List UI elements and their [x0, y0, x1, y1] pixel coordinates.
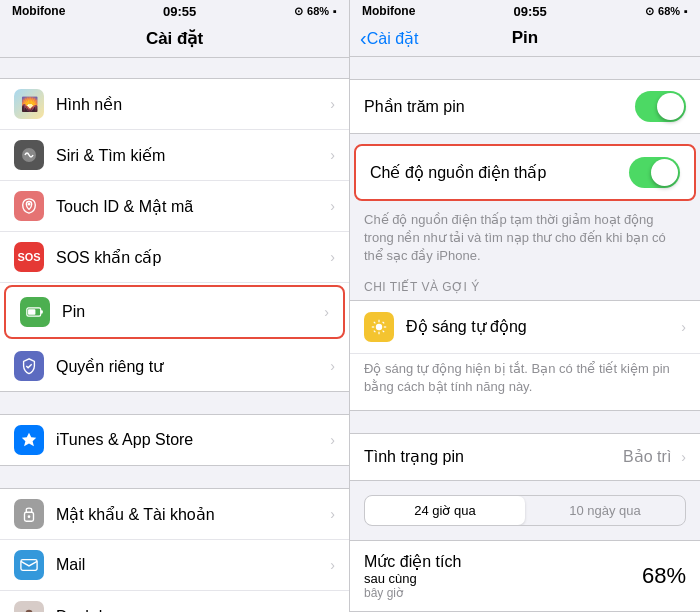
contacts-chevron: ›	[330, 608, 335, 612]
che-do-wrapper: Chế độ nguồn điện thấp Chế độ nguồn điện…	[350, 144, 700, 280]
battery-level: 68%	[307, 5, 329, 17]
wallpaper-label: Hình nền	[56, 95, 324, 114]
settings-item-password[interactable]: Mật khẩu & Tài khoản ›	[0, 489, 349, 540]
settings-item-mail[interactable]: Mail ›	[0, 540, 349, 591]
left-nav-title: Cài đặt	[0, 28, 349, 49]
tinh-trang-value: Bảo trì	[623, 447, 671, 466]
password-icon	[14, 499, 44, 529]
settings-item-privacy[interactable]: Quyền riêng tư ›	[0, 341, 349, 391]
left-status-bar: Mobifone 09:55 ⊙ 68% ▪	[0, 0, 349, 22]
settings-item-battery[interactable]: Pin ›	[4, 285, 345, 339]
contacts-label: Danh bạ	[56, 607, 324, 613]
right-battery-level: 68%	[658, 5, 680, 17]
right-carrier: Mobifone	[362, 4, 415, 18]
right-nav-bar: ‹ Cài đặt Pin	[350, 22, 700, 57]
touchid-label: Touch ID & Mật mã	[56, 197, 324, 216]
detail-section-header: CHI TIẾT VÀ GỢI Ý	[350, 280, 700, 300]
right-content: Phần trăm pin Chế độ nguồn điện thấp Chế…	[350, 57, 700, 612]
brightness-icon	[364, 312, 394, 342]
tinh-trang-section: Tình trạng pin Bảo trì ›	[350, 433, 700, 481]
che-do-desc: Chế độ nguồn điện thấp tạm thời giảm hoạ…	[350, 205, 700, 280]
battery-last-sub2: bây giờ	[364, 586, 461, 600]
left-time: 09:55	[163, 4, 196, 19]
phan-tram-item: Phần trăm pin	[350, 80, 700, 133]
left-nav-bar: Cài đặt	[0, 22, 349, 58]
battery-last-label-group: Mức điện tích sau cùng bây giờ	[364, 552, 461, 600]
che-do-border: Chế độ nguồn điện thấp	[354, 144, 696, 201]
svg-point-6	[28, 515, 31, 518]
battery-menu-chevron: ›	[324, 304, 329, 320]
back-button[interactable]: ‹ Cài đặt	[360, 27, 418, 50]
svg-line-15	[383, 330, 385, 332]
battery-icon: ▪	[333, 5, 337, 17]
tinh-trang-label: Tình trạng pin	[364, 447, 623, 466]
appstore-icon	[14, 425, 44, 455]
battery-last-sub: sau cùng	[364, 571, 461, 586]
tinh-trang-item[interactable]: Tình trạng pin Bảo trì ›	[350, 434, 700, 480]
settings-item-contacts[interactable]: Danh bạ ›	[0, 591, 349, 612]
siri-icon	[14, 140, 44, 170]
battery-menu-icon	[20, 297, 50, 327]
svg-line-17	[374, 330, 376, 332]
touchid-icon	[14, 191, 44, 221]
do-sang-desc: Độ sáng tự động hiện bị tắt. Bạn có thể …	[350, 354, 700, 410]
settings-item-siri[interactable]: Siri & Tìm kiếm ›	[0, 130, 349, 181]
mail-icon	[14, 550, 44, 580]
right-time: 09:55	[514, 4, 547, 19]
battery-last-value: 68%	[642, 563, 686, 589]
touchid-chevron: ›	[330, 198, 335, 214]
do-sang-item[interactable]: Độ sáng tự động ›	[350, 301, 700, 354]
che-do-item: Chế độ nguồn điện thấp	[356, 146, 694, 199]
right-wifi-icon: ⊙	[645, 5, 654, 18]
contacts-icon	[14, 601, 44, 612]
battery-last-main: Mức điện tích	[364, 552, 461, 571]
settings-item-appstore[interactable]: iTunes & App Store ›	[0, 415, 349, 465]
left-battery: ⊙ 68% ▪	[294, 5, 337, 18]
sos-chevron: ›	[330, 249, 335, 265]
svg-rect-4	[41, 310, 43, 313]
settings-section-1: 🌄 Hình nền › Siri & Tìm kiếm ›	[0, 78, 349, 392]
right-panel: Mobifone 09:55 ⊙ 68% ▪ ‹ Cài đặt Pin Phầ…	[350, 0, 700, 612]
siri-label: Siri & Tìm kiếm	[56, 146, 324, 165]
settings-section-3: Mật khẩu & Tài khoản › Mail ›	[0, 488, 349, 612]
back-chevron-icon: ‹	[360, 27, 367, 50]
siri-chevron: ›	[330, 147, 335, 163]
svg-point-9	[376, 323, 382, 329]
time-tabs: 24 giờ qua 10 ngày qua	[364, 495, 686, 526]
che-do-label: Chế độ nguồn điện thấp	[370, 163, 629, 182]
wallpaper-chevron: ›	[330, 96, 335, 112]
right-battery: ⊙ 68% ▪	[645, 5, 688, 18]
battery-menu-label: Pin	[62, 303, 318, 321]
tab-10d[interactable]: 10 ngày qua	[525, 496, 685, 525]
tab-24h[interactable]: 24 giờ qua	[365, 496, 525, 525]
svg-point-1	[28, 203, 31, 206]
wallpaper-icon: 🌄	[14, 89, 44, 119]
che-do-toggle[interactable]	[629, 157, 680, 188]
do-sang-section: Độ sáng tự động › Độ sáng tự động hiện b…	[350, 300, 700, 411]
battery-last-row: Mức điện tích sau cùng bây giờ 68%	[350, 540, 700, 612]
phan-tram-section: Phần trăm pin	[350, 79, 700, 134]
left-carrier: Mobifone	[12, 4, 65, 18]
settings-item-touchid[interactable]: Touch ID & Mật mã ›	[0, 181, 349, 232]
password-label: Mật khẩu & Tài khoản	[56, 505, 324, 524]
privacy-chevron: ›	[330, 358, 335, 374]
right-status-bar: Mobifone 09:55 ⊙ 68% ▪	[350, 0, 700, 22]
appstore-chevron: ›	[330, 432, 335, 448]
svg-rect-3	[28, 309, 35, 315]
svg-line-16	[383, 321, 385, 323]
phan-tram-toggle[interactable]	[635, 91, 686, 122]
left-settings-list: 🌄 Hình nền › Siri & Tìm kiếm ›	[0, 58, 349, 612]
sos-icon: SOS	[14, 242, 44, 272]
appstore-label: iTunes & App Store	[56, 431, 324, 449]
tinh-trang-chevron: ›	[681, 449, 686, 465]
svg-line-14	[374, 321, 376, 323]
privacy-label: Quyền riêng tư	[56, 357, 324, 376]
privacy-icon	[14, 351, 44, 381]
right-nav-title: Pin	[512, 28, 538, 48]
phan-tram-label: Phần trăm pin	[364, 97, 635, 116]
mail-label: Mail	[56, 556, 324, 574]
settings-section-2: iTunes & App Store ›	[0, 414, 349, 466]
settings-item-sos[interactable]: SOS SOS khẩn cấp ›	[0, 232, 349, 283]
svg-rect-7	[21, 560, 37, 571]
settings-item-wallpaper[interactable]: 🌄 Hình nền ›	[0, 79, 349, 130]
